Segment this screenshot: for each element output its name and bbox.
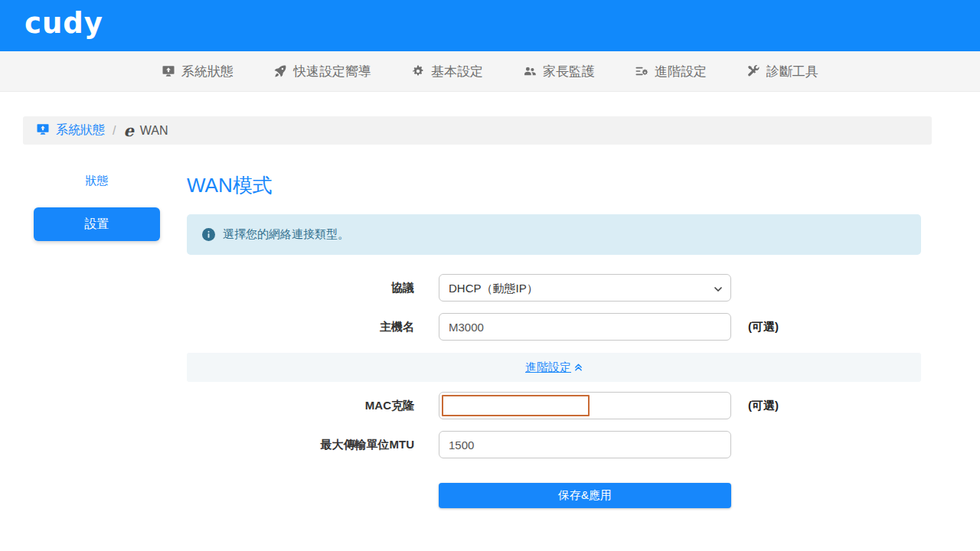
nav-item-quick-setup-wizard[interactable]: 快速設定嚮導	[273, 63, 371, 80]
internet-e-icon: e	[123, 122, 133, 139]
info-alert: 選擇您的網絡連接類型。	[187, 214, 921, 255]
hostname-row: 主機名 (可選)	[187, 313, 921, 341]
mac-clone-label: MAC克隆	[187, 399, 414, 413]
nav-label: 基本設定	[431, 63, 483, 80]
page-title: WAN模式	[187, 172, 921, 199]
mac-clone-row: MAC克隆 (可選)	[187, 392, 921, 419]
nav-label: 進階設定	[655, 63, 707, 80]
nav-label: 系統狀態	[181, 63, 234, 80]
monitor-icon	[36, 122, 50, 139]
sidebar-item-status[interactable]: 狀態	[34, 174, 160, 188]
mac-clone-input[interactable]	[442, 395, 590, 416]
hostname-input[interactable]	[439, 313, 731, 341]
mtu-row: 最大傳輸單位MTU	[187, 431, 921, 458]
save-apply-button[interactable]: 保存&應用	[439, 483, 731, 508]
rocket-icon	[273, 64, 287, 78]
gear-icon	[411, 64, 425, 78]
info-icon	[202, 228, 215, 241]
advanced-settings-label: 進階設定	[525, 360, 571, 375]
users-icon	[523, 64, 537, 78]
sidebar-item-settings[interactable]: 設置	[34, 207, 160, 241]
alert-text: 選擇您的網絡連接類型。	[223, 227, 349, 242]
nav-item-advanced-settings[interactable]: 進階設定	[635, 63, 707, 80]
nav-label: 快速設定嚮導	[293, 63, 371, 80]
main-panel: WAN模式 選擇您的網絡連接類型。 協議 DHCP（動態IP） 主機名 (可選)…	[187, 172, 921, 508]
protocol-select-wrap: DHCP（動態IP）	[439, 274, 731, 302]
mac-clone-field-wrap	[439, 392, 731, 419]
hostname-optional-label: (可選)	[748, 320, 779, 334]
nav-item-system-status[interactable]: 系統狀態	[162, 63, 234, 80]
breadcrumb-section-label: 系統狀態	[56, 122, 105, 139]
sidebar: 狀態 設置	[34, 172, 160, 508]
nav-label: 家長監護	[543, 63, 595, 80]
content-area: 狀態 設置 WAN模式 選擇您的網絡連接類型。 協議 DHCP（動態IP） 主機…	[0, 145, 980, 508]
nav-item-parental-controls[interactable]: 家長監護	[523, 63, 595, 80]
protocol-select[interactable]: DHCP（動態IP）	[439, 274, 731, 302]
main-nav: 系統狀態 快速設定嚮導 基本設定 家長監護 進階設定 診斷工具	[0, 51, 980, 92]
tools-icon	[746, 64, 760, 78]
nav-item-diagnostic-tools[interactable]: 診斷工具	[746, 63, 818, 80]
breadcrumb-separator: /	[113, 124, 116, 138]
advanced-settings-toggle[interactable]: 進階設定	[525, 360, 583, 375]
hostname-label: 主機名	[187, 320, 414, 334]
sliders-gear-icon	[635, 64, 648, 78]
breadcrumb-current-page: e WAN	[123, 122, 168, 139]
mtu-label: 最大傳輸單位MTU	[187, 438, 414, 452]
protocol-row: 協議 DHCP（動態IP）	[187, 274, 921, 302]
protocol-label: 協議	[187, 281, 414, 295]
cudy-logo: cudy	[24, 9, 103, 42]
breadcrumb: 系統狀態 / e WAN	[23, 116, 932, 145]
chevron-double-up-icon	[574, 361, 583, 374]
mtu-input[interactable]	[439, 431, 731, 458]
breadcrumb-section-system-status[interactable]: 系統狀態	[36, 122, 105, 139]
advanced-settings-band: 進階設定	[187, 353, 921, 382]
monitor-icon	[162, 64, 175, 78]
mac-optional-label: (可選)	[748, 399, 779, 413]
nav-item-basic-settings[interactable]: 基本設定	[411, 63, 483, 80]
breadcrumb-page-label: WAN	[140, 124, 168, 138]
nav-label: 診斷工具	[766, 63, 818, 80]
app-header: cudy	[0, 0, 980, 51]
